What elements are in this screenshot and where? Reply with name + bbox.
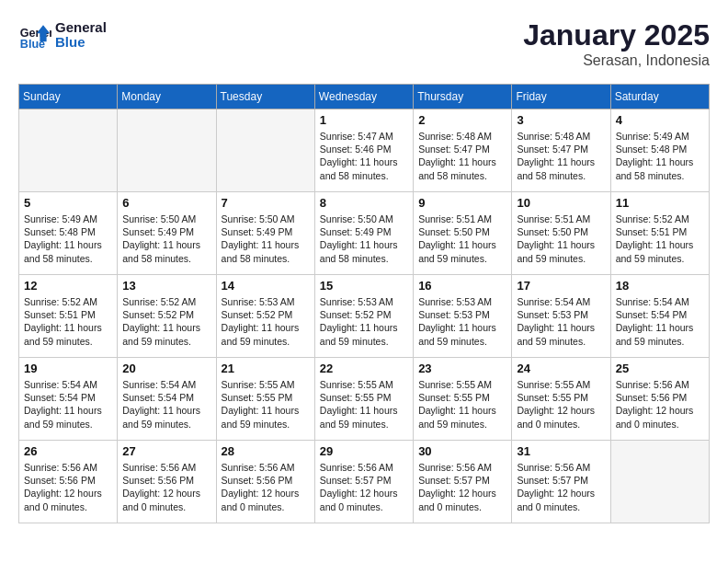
day-number: 31 bbox=[517, 444, 605, 458]
calendar-cell: 17Sunrise: 5:54 AMSunset: 5:53 PMDayligh… bbox=[512, 275, 610, 358]
day-number: 10 bbox=[517, 196, 605, 210]
calendar-cell: 18Sunrise: 5:54 AMSunset: 5:54 PMDayligh… bbox=[610, 275, 709, 358]
day-info: Sunrise: 5:55 AMSunset: 5:55 PMDaylight:… bbox=[320, 378, 408, 431]
calendar-cell: 5Sunrise: 5:49 AMSunset: 5:48 PMDaylight… bbox=[19, 192, 118, 275]
day-info: Sunrise: 5:50 AMSunset: 5:49 PMDaylight:… bbox=[122, 213, 210, 265]
day-number: 25 bbox=[616, 362, 704, 375]
calendar-cell bbox=[216, 109, 314, 192]
logo: General Blue General Blue bbox=[18, 18, 107, 52]
day-number: 19 bbox=[24, 362, 112, 375]
subtitle: Serasan, Indonesia bbox=[523, 52, 710, 69]
day-info: Sunrise: 5:54 AMSunset: 5:53 PMDaylight:… bbox=[517, 295, 605, 348]
calendar-cell: 28Sunrise: 5:56 AMSunset: 5:56 PMDayligh… bbox=[216, 441, 314, 523]
day-info: Sunrise: 5:50 AMSunset: 5:49 PMDaylight:… bbox=[222, 213, 310, 265]
calendar-cell: 14Sunrise: 5:53 AMSunset: 5:52 PMDayligh… bbox=[216, 275, 314, 358]
calendar-cell: 6Sunrise: 5:50 AMSunset: 5:49 PMDaylight… bbox=[118, 192, 216, 275]
day-info: Sunrise: 5:50 AMSunset: 5:49 PMDaylight:… bbox=[320, 213, 408, 265]
day-number: 23 bbox=[418, 362, 506, 375]
day-info: Sunrise: 5:49 AMSunset: 5:48 PMDaylight:… bbox=[616, 130, 704, 182]
calendar-cell: 7Sunrise: 5:50 AMSunset: 5:49 PMDaylight… bbox=[216, 192, 314, 275]
calendar-cell bbox=[610, 441, 709, 523]
calendar-cell: 25Sunrise: 5:56 AMSunset: 5:56 PMDayligh… bbox=[610, 358, 709, 441]
calendar-cell: 11Sunrise: 5:52 AMSunset: 5:51 PMDayligh… bbox=[610, 192, 709, 275]
day-info: Sunrise: 5:56 AMSunset: 5:56 PMDaylight:… bbox=[616, 378, 704, 431]
day-info: Sunrise: 5:55 AMSunset: 5:55 PMDaylight:… bbox=[418, 378, 506, 431]
calendar-cell: 27Sunrise: 5:56 AMSunset: 5:56 PMDayligh… bbox=[118, 441, 216, 523]
calendar-cell: 29Sunrise: 5:56 AMSunset: 5:57 PMDayligh… bbox=[314, 441, 413, 523]
day-info: Sunrise: 5:56 AMSunset: 5:56 PMDaylight:… bbox=[222, 461, 310, 513]
day-number: 4 bbox=[616, 113, 704, 127]
main-title: January 2025 bbox=[523, 18, 710, 52]
day-info: Sunrise: 5:51 AMSunset: 5:50 PMDaylight:… bbox=[418, 213, 506, 265]
day-info: Sunrise: 5:56 AMSunset: 5:57 PMDaylight:… bbox=[320, 461, 408, 513]
day-header-monday: Monday bbox=[118, 85, 216, 109]
day-number: 15 bbox=[320, 279, 408, 293]
day-number: 26 bbox=[24, 444, 112, 458]
calendar-header-row: SundayMondayTuesdayWednesdayThursdayFrid… bbox=[19, 85, 710, 109]
calendar-cell: 21Sunrise: 5:55 AMSunset: 5:55 PMDayligh… bbox=[216, 358, 314, 441]
day-number: 13 bbox=[122, 279, 210, 293]
day-header-sunday: Sunday bbox=[19, 85, 118, 109]
day-number: 14 bbox=[222, 279, 310, 293]
day-number: 17 bbox=[517, 279, 605, 293]
day-info: Sunrise: 5:52 AMSunset: 5:52 PMDaylight:… bbox=[122, 295, 210, 348]
day-info: Sunrise: 5:56 AMSunset: 5:56 PMDaylight:… bbox=[122, 461, 210, 513]
calendar-cell: 13Sunrise: 5:52 AMSunset: 5:52 PMDayligh… bbox=[118, 275, 216, 358]
day-number: 18 bbox=[616, 279, 704, 293]
day-number: 22 bbox=[320, 362, 408, 375]
day-info: Sunrise: 5:56 AMSunset: 5:57 PMDaylight:… bbox=[418, 461, 506, 513]
day-number: 21 bbox=[222, 362, 310, 375]
calendar-cell: 3Sunrise: 5:48 AMSunset: 5:47 PMDaylight… bbox=[512, 109, 610, 192]
day-number: 9 bbox=[418, 196, 506, 210]
calendar-cell: 15Sunrise: 5:53 AMSunset: 5:52 PMDayligh… bbox=[314, 275, 413, 358]
day-number: 12 bbox=[24, 279, 112, 293]
day-info: Sunrise: 5:55 AMSunset: 5:55 PMDaylight:… bbox=[517, 378, 605, 431]
day-number: 27 bbox=[122, 444, 210, 458]
calendar-cell: 26Sunrise: 5:56 AMSunset: 5:56 PMDayligh… bbox=[19, 441, 118, 523]
title-block: January 2025 Serasan, Indonesia bbox=[523, 18, 710, 69]
calendar-cell: 22Sunrise: 5:55 AMSunset: 5:55 PMDayligh… bbox=[314, 358, 413, 441]
calendar-cell: 1Sunrise: 5:47 AMSunset: 5:46 PMDaylight… bbox=[314, 109, 413, 192]
day-number: 11 bbox=[616, 196, 704, 210]
day-info: Sunrise: 5:53 AMSunset: 5:52 PMDaylight:… bbox=[320, 295, 408, 348]
calendar-cell bbox=[118, 109, 216, 192]
calendar-cell: 20Sunrise: 5:54 AMSunset: 5:54 PMDayligh… bbox=[118, 358, 216, 441]
day-info: Sunrise: 5:55 AMSunset: 5:55 PMDaylight:… bbox=[222, 378, 310, 431]
day-number: 29 bbox=[320, 444, 408, 458]
day-number: 30 bbox=[418, 444, 506, 458]
day-number: 3 bbox=[517, 113, 605, 127]
day-info: Sunrise: 5:56 AMSunset: 5:56 PMDaylight:… bbox=[24, 461, 112, 513]
day-number: 8 bbox=[320, 196, 408, 210]
calendar-cell: 12Sunrise: 5:52 AMSunset: 5:51 PMDayligh… bbox=[19, 275, 118, 358]
logo-line1: General bbox=[55, 20, 107, 36]
day-info: Sunrise: 5:54 AMSunset: 5:54 PMDaylight:… bbox=[616, 295, 704, 348]
calendar-cell: 16Sunrise: 5:53 AMSunset: 5:53 PMDayligh… bbox=[414, 275, 512, 358]
calendar-cell: 9Sunrise: 5:51 AMSunset: 5:50 PMDaylight… bbox=[414, 192, 512, 275]
calendar-cell bbox=[19, 109, 118, 192]
day-number: 2 bbox=[418, 113, 506, 127]
week-row-1: 1Sunrise: 5:47 AMSunset: 5:46 PMDaylight… bbox=[19, 109, 710, 192]
day-number: 20 bbox=[122, 362, 210, 375]
day-header-wednesday: Wednesday bbox=[314, 85, 413, 109]
day-number: 5 bbox=[24, 196, 112, 210]
page-header: General Blue General Blue January 2025 S… bbox=[18, 18, 710, 69]
day-info: Sunrise: 5:48 AMSunset: 5:47 PMDaylight:… bbox=[517, 130, 605, 182]
day-header-tuesday: Tuesday bbox=[216, 85, 314, 109]
day-number: 7 bbox=[222, 196, 310, 210]
day-info: Sunrise: 5:56 AMSunset: 5:57 PMDaylight:… bbox=[517, 461, 605, 513]
calendar-cell: 2Sunrise: 5:48 AMSunset: 5:47 PMDaylight… bbox=[414, 109, 512, 192]
calendar-cell: 10Sunrise: 5:51 AMSunset: 5:50 PMDayligh… bbox=[512, 192, 610, 275]
week-row-4: 19Sunrise: 5:54 AMSunset: 5:54 PMDayligh… bbox=[19, 358, 710, 441]
day-info: Sunrise: 5:52 AMSunset: 5:51 PMDaylight:… bbox=[24, 295, 112, 348]
day-info: Sunrise: 5:53 AMSunset: 5:52 PMDaylight:… bbox=[222, 295, 310, 348]
day-info: Sunrise: 5:47 AMSunset: 5:46 PMDaylight:… bbox=[320, 130, 408, 182]
calendar-cell: 19Sunrise: 5:54 AMSunset: 5:54 PMDayligh… bbox=[19, 358, 118, 441]
day-info: Sunrise: 5:54 AMSunset: 5:54 PMDaylight:… bbox=[122, 378, 210, 431]
day-number: 6 bbox=[122, 196, 210, 210]
day-number: 1 bbox=[320, 113, 408, 127]
day-header-saturday: Saturday bbox=[610, 85, 709, 109]
day-info: Sunrise: 5:52 AMSunset: 5:51 PMDaylight:… bbox=[616, 213, 704, 265]
day-info: Sunrise: 5:53 AMSunset: 5:53 PMDaylight:… bbox=[418, 295, 506, 348]
day-info: Sunrise: 5:51 AMSunset: 5:50 PMDaylight:… bbox=[517, 213, 605, 265]
day-header-thursday: Thursday bbox=[414, 85, 512, 109]
